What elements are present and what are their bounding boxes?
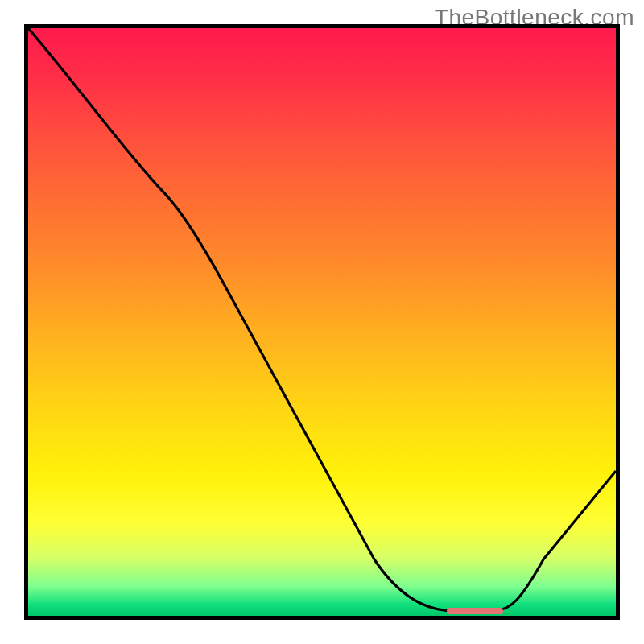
bottleneck-curve-path bbox=[28, 28, 616, 611]
optimal-range-marker bbox=[447, 608, 503, 614]
curve-overlay bbox=[28, 28, 616, 616]
plot-frame bbox=[24, 24, 620, 620]
chart-canvas: TheBottleneck.com bbox=[0, 0, 644, 644]
